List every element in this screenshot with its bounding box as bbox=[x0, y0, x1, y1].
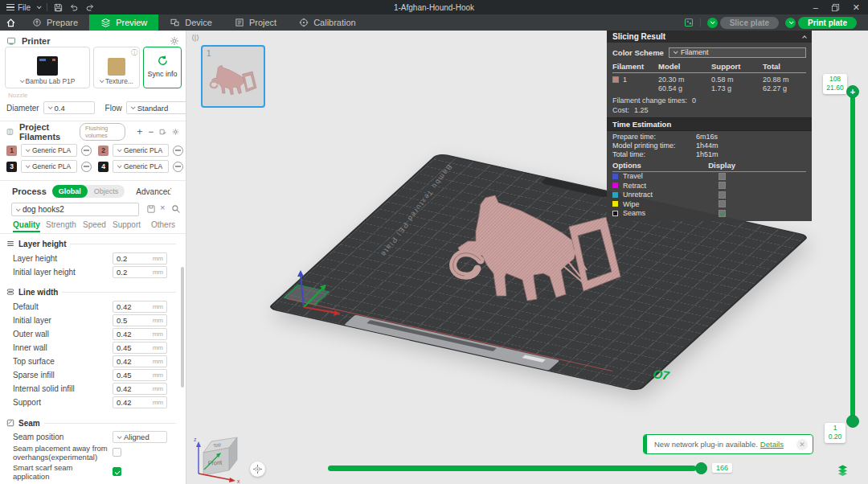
close-button[interactable]: ✕ bbox=[853, 2, 860, 13]
seam-overhang-checkbox[interactable] bbox=[113, 448, 121, 457]
tab-preview[interactable]: Preview bbox=[89, 14, 158, 31]
layer-slider-track[interactable] bbox=[850, 92, 855, 421]
param-row: Internal solid infill 0.42mm bbox=[13, 383, 176, 395]
panel-collapse-chevron-icon[interactable] bbox=[803, 32, 806, 41]
layer-slider-bottom-knob[interactable] bbox=[846, 415, 859, 428]
plate-type-card[interactable]: ⓘ Texture... bbox=[93, 47, 140, 88]
minimize-button[interactable]: – bbox=[813, 2, 818, 12]
line-width-initial-layer-input[interactable]: 0.5mm bbox=[113, 314, 167, 326]
retract-display-checkbox[interactable] bbox=[719, 182, 726, 189]
initial-layer-height-input[interactable]: 0.2mm bbox=[113, 266, 167, 278]
color-scheme-select[interactable]: Filament bbox=[669, 47, 806, 58]
printer-model-card[interactable]: Bambu Lab P1P bbox=[5, 47, 90, 88]
sidebar-collapse-icon[interactable]: ⟨|⟩ bbox=[190, 33, 201, 43]
save-icon[interactable] bbox=[54, 3, 63, 12]
filament-3-edit-icon[interactable] bbox=[81, 162, 92, 172]
filament-2-badge[interactable]: 2 bbox=[98, 146, 108, 156]
move-slider-knob[interactable] bbox=[695, 462, 707, 474]
recenter-view-button[interactable] bbox=[250, 461, 265, 477]
remove-filament-button[interactable]: − bbox=[148, 126, 154, 137]
option-row-unretract: Unretract bbox=[612, 191, 806, 200]
file-menu-chevron-icon[interactable] bbox=[37, 4, 42, 9]
plate-thumbnail-number: 1 bbox=[207, 49, 211, 58]
plate-thumbnail[interactable]: 1 bbox=[201, 45, 265, 108]
plate-settings-icon[interactable] bbox=[684, 18, 694, 27]
filament-sync-icon[interactable] bbox=[159, 127, 166, 137]
filament-3-select[interactable]: Generic PLA bbox=[21, 160, 77, 173]
tab-speed[interactable]: Speed bbox=[83, 220, 106, 229]
undo-icon[interactable] bbox=[69, 3, 79, 12]
tab-strength[interactable]: Strength bbox=[46, 220, 76, 229]
search-save-icon[interactable] bbox=[146, 204, 156, 214]
line-width-sparse-infill-input[interactable]: 0.45mm bbox=[113, 369, 167, 381]
filament-4-badge[interactable]: 4 bbox=[98, 162, 108, 172]
search-icon[interactable] bbox=[171, 204, 181, 214]
sidebar-scrollbar[interactable] bbox=[181, 267, 184, 388]
filament-4-edit-icon[interactable] bbox=[173, 162, 183, 172]
tab-quality[interactable]: Quality bbox=[13, 220, 40, 232]
diameter-select[interactable]: 0.4 bbox=[43, 101, 95, 114]
add-filament-button[interactable]: + bbox=[137, 126, 142, 137]
filament-3-badge[interactable]: 3 bbox=[6, 162, 17, 172]
toast-close-icon[interactable]: ✕ bbox=[796, 439, 808, 450]
layers-view-button[interactable] bbox=[837, 462, 849, 477]
print-plate-split-button: Print plate bbox=[785, 17, 857, 29]
line-width-inner-wall-input[interactable]: 0.45mm bbox=[113, 342, 167, 354]
wipe-display-checkbox[interactable] bbox=[719, 200, 726, 207]
travel-display-checkbox[interactable] bbox=[719, 173, 726, 180]
line-width-default-input[interactable]: 0.42mm bbox=[113, 301, 167, 313]
plate-type-thumbnail bbox=[108, 58, 125, 76]
printer-settings-gear-icon[interactable] bbox=[170, 36, 179, 46]
tab-prepare[interactable]: Prepare bbox=[21, 14, 89, 31]
layer-height-input[interactable]: 0.2mm bbox=[113, 252, 167, 265]
hamburger-icon bbox=[6, 2, 14, 13]
scope-global-button[interactable]: Global bbox=[52, 185, 88, 198]
file-menu[interactable]: File bbox=[6, 2, 31, 13]
filament-1-badge[interactable]: 1 bbox=[6, 146, 17, 156]
line-width-internal-solid-input[interactable]: 0.42mm bbox=[113, 383, 167, 395]
line-width-outer-wall-input[interactable]: 0.42mm bbox=[113, 328, 167, 340]
line-width-support-input[interactable]: 0.42mm bbox=[113, 396, 167, 408]
home-button[interactable] bbox=[0, 14, 21, 31]
printer-model-select[interactable]: Bambu Lab P1P bbox=[20, 77, 76, 85]
filament-4-select[interactable]: Generic PLA bbox=[113, 160, 169, 173]
tab-others[interactable]: Others bbox=[151, 220, 175, 229]
toast-details-link[interactable]: Details bbox=[760, 440, 784, 449]
plate-type-select[interactable]: Texture... bbox=[100, 77, 133, 85]
print-options-chevron[interactable] bbox=[785, 18, 796, 28]
line-width-top-surface-input[interactable]: 0.42mm bbox=[113, 355, 167, 367]
filament-1-select[interactable]: Generic PLA bbox=[21, 144, 77, 157]
restore-button[interactable] bbox=[831, 3, 840, 12]
tab-device[interactable]: Device bbox=[158, 14, 223, 31]
search-input[interactable] bbox=[23, 205, 115, 214]
flow-select[interactable]: Standard bbox=[126, 101, 186, 114]
search-clear-icon[interactable]: × bbox=[160, 203, 165, 212]
info-icon[interactable]: ⓘ bbox=[131, 48, 137, 57]
sync-info-button[interactable]: Sync info bbox=[143, 47, 182, 88]
smart-scarf-checkbox[interactable] bbox=[113, 467, 121, 476]
move-slider-track[interactable] bbox=[328, 466, 696, 471]
param-search-box[interactable] bbox=[11, 203, 139, 216]
seam-position-select[interactable]: Aligned bbox=[113, 431, 167, 443]
filament-2-select[interactable]: Generic PLA bbox=[113, 144, 169, 157]
filament-settings-gear-icon[interactable] bbox=[172, 127, 179, 137]
slice-options-chevron[interactable] bbox=[707, 18, 718, 28]
nav-cube[interactable]: Front Top z x bbox=[194, 437, 240, 484]
filament-2-edit-icon[interactable] bbox=[173, 146, 183, 156]
slice-plate-button[interactable]: Slice plate bbox=[720, 17, 779, 29]
flushing-volumes-button[interactable]: Flushing volumes bbox=[80, 123, 125, 141]
slicing-result-panel: Slicing Result Color Scheme Filament Fil… bbox=[607, 31, 812, 221]
redo-icon[interactable] bbox=[85, 3, 95, 12]
sliced-model[interactable] bbox=[453, 195, 620, 301]
axes-gizmo bbox=[297, 270, 341, 316]
print-plate-button[interactable]: Print plate bbox=[798, 17, 857, 29]
unretract-display-checkbox[interactable] bbox=[719, 191, 726, 199]
filament-1-edit-icon[interactable] bbox=[81, 146, 92, 156]
layer-slider-top-knob[interactable]: + bbox=[846, 85, 859, 98]
scope-objects-button[interactable]: Objects bbox=[88, 187, 125, 195]
tab-calibration[interactable]: Calibration bbox=[288, 14, 367, 31]
tab-project[interactable]: Project bbox=[223, 14, 288, 31]
search-history-chevron[interactable] bbox=[16, 207, 21, 211]
seams-display-checkbox[interactable] bbox=[719, 210, 726, 217]
tab-support[interactable]: Support bbox=[113, 220, 141, 229]
